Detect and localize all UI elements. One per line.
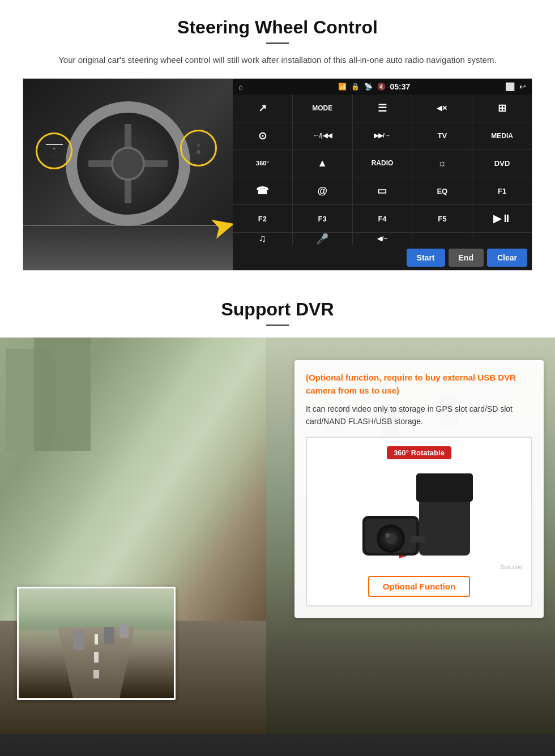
prev-button[interactable]: ←/|◀◀ (293, 122, 352, 150)
media-button[interactable]: MEDIA (472, 122, 532, 150)
ui-topbar: ⌂ 📶 🔒 📡 🔇 05:37 ⬜ ↩ (233, 79, 532, 95)
phone-button[interactable]: ☎ (233, 177, 292, 204)
steering-demo-container: + - ○ ◇ ➤ ⌂ (23, 78, 532, 271)
dvd-button[interactable]: DVD (472, 150, 532, 177)
dvr-info-card: (Optional function, require to buy exter… (294, 360, 544, 618)
wifi-icon: 📶 (338, 83, 347, 91)
topbar-center: 📶 🔒 📡 🔇 05:37 (338, 82, 411, 91)
nav-button[interactable]: ↗ (233, 95, 292, 122)
apps-button[interactable]: ⊞ (472, 95, 532, 122)
home-icon[interactable]: ⌂ (238, 83, 243, 91)
f1-button[interactable]: F1 (472, 177, 532, 204)
mic-button[interactable]: 🎤 (293, 233, 352, 245)
svg-point-10 (385, 533, 390, 537)
end-button[interactable]: End (449, 249, 484, 267)
dvr-section: Support DVR (0, 282, 555, 756)
optional-function-container: Optional Function (315, 570, 523, 597)
ui-button-grid: ↗ MODE ☰ ◀✕ ⊞ ⊙ ←/|◀◀ ▶▶/→ TV MEDIA 360°… (233, 95, 532, 245)
optional-function-button[interactable]: Optional Function (368, 576, 470, 597)
highlight-circle-left: + - (36, 133, 72, 169)
empty-cell-2 (472, 233, 532, 245)
start-button[interactable]: Start (407, 249, 445, 267)
dvr-background-photo: (Optional function, require to buy exter… (0, 338, 555, 734)
dvr-desc-text: It can record video only to storage in G… (306, 403, 532, 428)
empty-cell-1 (412, 233, 472, 245)
tv-button[interactable]: TV (412, 122, 472, 150)
steering-wheel-art: + - ○ ◇ ➤ (23, 79, 233, 270)
eq-button[interactable]: EQ (412, 177, 472, 204)
highlight-circle-right: ○ ◇ (180, 130, 217, 166)
mute-button[interactable]: ◀✕ (412, 95, 472, 122)
topbar-left: ⌂ (238, 83, 243, 91)
eject-button[interactable]: ▲ (293, 150, 352, 177)
steering-subtitle: Your original car's steering wheel contr… (51, 53, 504, 67)
window-icon[interactable]: ⬜ (505, 82, 515, 91)
optional-text: (Optional function, require to buy exter… (306, 371, 532, 397)
dvr-main-content: (Optional function, require to buy exter… (0, 338, 555, 756)
ui-action-bar: Start End Clear (233, 245, 532, 270)
sound-mute-icon: 🔇 (377, 83, 386, 91)
svg-rect-11 (411, 536, 425, 543)
dvr-title-divider (266, 324, 289, 326)
title-divider (266, 42, 289, 44)
settings-button[interactable]: ⊙ (233, 122, 292, 150)
dvr-bottom-dashboard (0, 734, 555, 756)
steering-wheel-photo: + - ○ ◇ ➤ (23, 79, 233, 270)
dvr-header: Support DVR (0, 299, 555, 338)
next-button[interactable]: ▶▶/→ (353, 122, 412, 150)
topbar-right: ⬜ ↩ (505, 82, 526, 91)
vol-prev-button[interactable]: ◀/~ (353, 233, 412, 245)
music-button[interactable]: ♫ (233, 233, 292, 245)
f5-button[interactable]: F5 (412, 205, 472, 232)
svg-rect-1 (416, 473, 473, 502)
screen-button[interactable]: ▭ (353, 177, 412, 204)
head-unit-panel: ⌂ 📶 🔒 📡 🔇 05:37 ⬜ ↩ ↗ MODE (233, 79, 532, 270)
playpause-button[interactable]: ▶⏸ (472, 205, 532, 232)
brightness-button[interactable]: ☼ (412, 150, 472, 177)
radio-button[interactable]: RADIO (353, 150, 412, 177)
clock-display: 05:37 (390, 82, 411, 91)
signal-icon: 📡 (364, 83, 373, 91)
internet-button[interactable]: @ (293, 177, 352, 204)
mode-button[interactable]: MODE (293, 95, 352, 122)
camera-svg (345, 465, 493, 567)
steering-title: Steering Wheel Control (23, 17, 532, 38)
lock-icon: 🔒 (351, 83, 360, 91)
badge-360: 360° Rotatable (315, 446, 523, 465)
back-icon[interactable]: ↩ (519, 82, 526, 91)
clear-button[interactable]: Clear (487, 249, 527, 267)
cam360-button[interactable]: 360° (233, 150, 292, 177)
f3-button[interactable]: F3 (293, 205, 352, 232)
dvr-camera-box: 360° Rotatable (306, 437, 532, 606)
dvr-title: Support DVR (23, 299, 532, 320)
f2-button[interactable]: F2 (233, 205, 292, 232)
menu-button[interactable]: ☰ (353, 95, 412, 122)
f4-button[interactable]: F4 (353, 205, 412, 232)
steering-wheel-section: Steering Wheel Control Your original car… (0, 0, 555, 282)
dvr-inset-photo (17, 587, 176, 700)
